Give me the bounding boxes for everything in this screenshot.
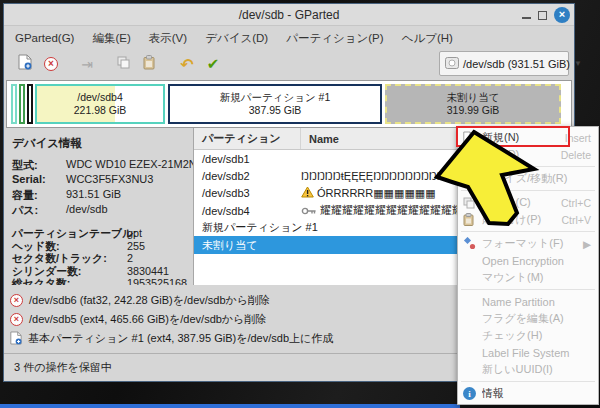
new-document-icon xyxy=(10,331,22,347)
minimize-button[interactable] xyxy=(522,17,531,19)
desktop-bottom-strip xyxy=(0,404,460,408)
partition-block-sdb1[interactable] xyxy=(11,84,17,124)
column-header-partition[interactable]: パーティション xyxy=(194,128,301,149)
menu-item-resize-move[interactable]: ⇥ リサイズ/移動(R) xyxy=(458,170,598,187)
menu-item-new-uuid[interactable]: 新しいUUID(I) xyxy=(458,361,598,378)
undo-button[interactable]: ↶ xyxy=(174,52,200,76)
resize-move-icon: ⇥ xyxy=(81,56,93,72)
partition-context-menu: 新規(N) Insert × 削除(D) Delete ⇥ リサイズ/移動(R)… xyxy=(457,126,599,405)
device-info-title: デバイス情報 xyxy=(12,136,193,151)
resize-move-button[interactable]: ⇥ xyxy=(74,52,100,76)
device-info-panel: デバイス情報 型式:WDC WD10 EZEX-21M2NA0 Serial:W… xyxy=(4,128,194,285)
key-icon xyxy=(301,205,317,217)
menu-edit[interactable]: 編集(E) xyxy=(83,31,139,46)
menu-separator xyxy=(461,231,595,232)
menu-item-paste[interactable]: 貼り付け(P) Ctrl+V xyxy=(458,211,598,228)
toolbar: × ⇥ ↶ ✔ /dev/sdb (931.51 GiB) xyxy=(4,49,574,79)
block-label: 未割り当て xyxy=(447,91,500,104)
format-icon xyxy=(463,237,482,250)
apply-button[interactable]: ✔ xyxy=(200,52,226,76)
partition-block-sdb2[interactable] xyxy=(19,84,25,124)
menu-separator xyxy=(461,289,595,290)
partition-block-sdb3[interactable] xyxy=(27,84,33,124)
menu-partition[interactable]: パーティション(P) xyxy=(277,31,392,46)
menu-view[interactable]: 表示(V) xyxy=(140,31,196,46)
menu-bar: GParted(G) 編集(E) 表示(V) デバイス(D) パーティション(P… xyxy=(4,27,574,49)
paste-icon xyxy=(463,213,482,226)
menu-separator xyxy=(461,166,595,167)
copy-icon xyxy=(463,197,482,209)
delete-partition-button[interactable]: × xyxy=(38,52,64,76)
menu-item-copy[interactable]: コピー(C) Ctrl+C xyxy=(458,194,598,211)
disk-visual-bar: /dev/sdb4 221.98 GiB 新規パーティション #1 387.95… xyxy=(6,80,572,128)
copy-icon xyxy=(117,55,130,73)
menu-separator xyxy=(461,381,595,382)
menu-device[interactable]: デバイス(D) xyxy=(196,31,277,46)
annotation-red-box xyxy=(456,126,570,147)
device-info-row: シリンダー数:3830441 xyxy=(12,265,193,278)
maximize-button[interactable] xyxy=(538,11,547,20)
device-selector[interactable]: /dev/sdb (931.51 GiB) ▼ xyxy=(439,51,569,76)
menu-item-format[interactable]: フォーマット(F) ▶ xyxy=(458,235,598,252)
resize-move-icon: ⇥ xyxy=(463,172,473,186)
paste-icon xyxy=(143,55,155,74)
close-button[interactable]: × xyxy=(554,7,570,23)
device-info-row: パーティションテーブル:gpt xyxy=(12,227,193,240)
menu-item-name-partition[interactable]: Name Partition xyxy=(458,293,598,310)
device-selector-label: /dev/sdb (931.51 GiB) xyxy=(463,58,570,70)
device-info-row: Serial:WCC3F5FX3NU3 xyxy=(12,173,193,188)
device-info-row: 容量:931.51 GiB xyxy=(12,188,193,203)
chevron-down-icon: ▼ xyxy=(574,59,582,68)
block-size: 387.95 GiB xyxy=(249,104,302,117)
menu-separator xyxy=(461,190,595,191)
partition-block-sdb4[interactable]: /dev/sdb4 221.98 GiB xyxy=(35,84,165,124)
menu-gparted[interactable]: GParted(G) xyxy=(6,32,83,44)
device-info-row: 総セクタ数:1953525168 xyxy=(12,277,193,285)
pending-operations-status: 3 件の操作を保留中 xyxy=(14,360,112,375)
partition-block-unallocated[interactable]: 未割り当て 319.99 GiB xyxy=(385,84,561,124)
block-size: 319.99 GiB xyxy=(447,104,500,117)
undo-icon: ↶ xyxy=(180,55,193,74)
menu-item-edit-flags[interactable]: フラグを編集(A) xyxy=(458,310,598,327)
menu-help[interactable]: ヘルプ(H) xyxy=(393,31,462,46)
device-info-row: ヘッド数:255 xyxy=(12,240,193,253)
titlebar: /dev/sdb - GParted × xyxy=(4,4,574,26)
submenu-arrow-icon: ▶ xyxy=(583,238,591,250)
new-partition-button[interactable] xyxy=(12,52,38,76)
menu-item-check[interactable]: チェック(H) xyxy=(458,327,598,344)
column-header-name[interactable]: Name xyxy=(301,133,339,145)
menu-item-mount[interactable]: マウント(M) xyxy=(458,269,598,286)
apply-icon: ✔ xyxy=(207,55,220,73)
paste-button[interactable] xyxy=(136,52,162,76)
partition-block-new[interactable]: 新規パーティション #1 387.95 GiB xyxy=(168,84,382,124)
device-info-row: パス:/dev/sdb xyxy=(12,203,193,218)
info-icon: i xyxy=(463,387,476,400)
new-document-icon xyxy=(18,54,32,74)
drive-icon xyxy=(445,55,459,73)
device-info-row: 型式:WDC WD10 EZEX-21M2NA0 xyxy=(12,158,193,173)
menu-item-information[interactable]: i 情報 xyxy=(458,385,598,402)
menu-item-open-encryption[interactable]: Open Encryption xyxy=(458,252,598,269)
window-title: /dev/sdb - GParted xyxy=(4,8,574,22)
delete-icon: × xyxy=(44,57,58,71)
menu-item-delete[interactable]: × 削除(D) Delete xyxy=(458,146,598,163)
device-info-row: セクタ数/トラック:2 xyxy=(12,252,193,265)
block-label: /dev/sdb4 xyxy=(77,91,123,104)
delete-icon: × xyxy=(463,148,476,161)
block-size: 221.98 GiB xyxy=(74,104,127,117)
menu-item-label-file-system[interactable]: Label File System xyxy=(458,344,598,361)
warning-icon xyxy=(301,186,314,200)
copy-button[interactable] xyxy=(110,52,136,76)
delete-icon: × xyxy=(10,294,23,307)
block-label: 新規パーティション #1 xyxy=(220,91,331,104)
delete-icon: × xyxy=(10,313,23,326)
